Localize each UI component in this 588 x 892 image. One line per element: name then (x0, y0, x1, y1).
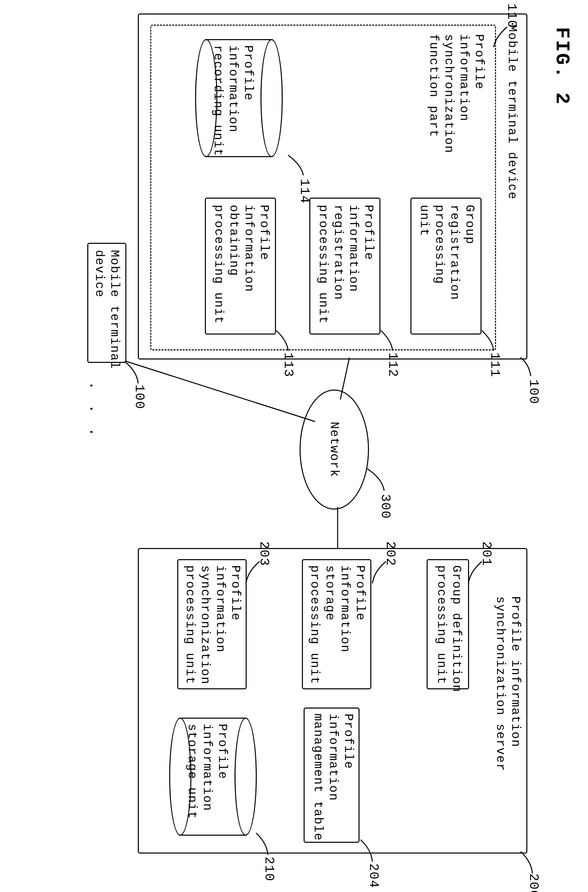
sync-function-part-box: Profile information synchronization func… (150, 25, 496, 27)
diagram-canvas: Mobile terminal device Profile informati… (35, 14, 541, 27)
mobile-terminal-box: Mobile terminal device Profile informati… (138, 14, 527, 27)
ref-110: 110 (504, 3, 519, 27)
